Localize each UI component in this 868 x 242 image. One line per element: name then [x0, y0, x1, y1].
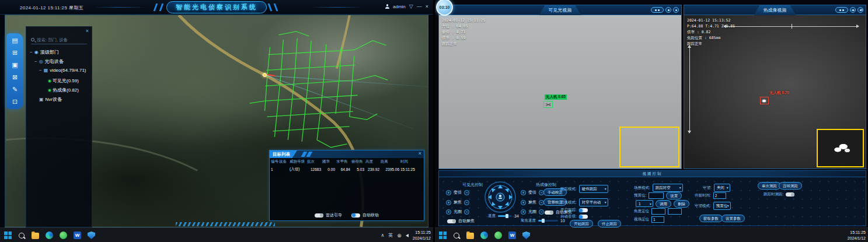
visible-video-frame[interactable]: 2024-01-12 15:11:25 方位 : 64.85 俯仰 : 4.71…: [439, 15, 681, 169]
thermal-iris-open-button[interactable]: [521, 209, 526, 215]
snapshot-gallery-icon[interactable]: [12, 62, 18, 68]
target-table-row[interactable]: 1 (入侵) 12683 0.00 64.84 5.03 239.92 2395…: [270, 166, 424, 173]
thermal-focus-near-button[interactable]: [521, 200, 526, 205]
pan-angle-input[interactable]: [651, 208, 665, 215]
org-tree-icon[interactable]: [12, 50, 18, 56]
close-button[interactable]: ×: [426, 3, 428, 9]
start-button-icon[interactable]: [439, 232, 447, 239]
switch-mode-select[interactable]: 对空半自动: [579, 198, 608, 206]
ime-indicator[interactable]: 英: [388, 232, 393, 239]
word-app-icon[interactable]: [508, 232, 516, 239]
record-icon[interactable]: [12, 99, 18, 105]
tree-item-department[interactable]: 顶级部门: [30, 49, 59, 55]
zoom-out-button[interactable]: [464, 190, 469, 195]
auto-zoom-toggle[interactable]: [579, 215, 588, 219]
security-app-icon[interactable]: [88, 232, 95, 239]
tree-item-label[interactable]: Nvr设备: [46, 96, 62, 103]
tree-item-video[interactable]: video(64.79/4.71): [39, 68, 86, 73]
fov-position-input[interactable]: [651, 216, 664, 223]
visible-autofocus-toggle[interactable]: [447, 219, 456, 223]
edge-browser-icon[interactable]: [46, 232, 53, 239]
ranging-while-tracking-toggle[interactable]: [786, 192, 794, 197]
collapse-icon[interactable]: [30, 50, 33, 55]
enable-tracking-toggle[interactable]: [579, 208, 588, 212]
device-list-icon[interactable]: [12, 37, 18, 44]
search-input[interactable]: [37, 37, 86, 43]
preset-delete-button[interactable]: 删除: [674, 200, 689, 208]
share-icon[interactable]: [12, 74, 18, 80]
close-button[interactable]: ×: [860, 7, 863, 13]
tilt-angle-input[interactable]: [668, 208, 682, 215]
preset-set-button[interactable]: 设置: [666, 192, 682, 199]
tree-item-label[interactable]: video(64.79/4.71): [50, 68, 86, 73]
word-app-icon[interactable]: [74, 232, 81, 239]
focus-far-button[interactable]: [464, 200, 469, 205]
focus-speed-slider[interactable]: [538, 220, 558, 222]
tree-item-thermal-channel[interactable]: 热成像(0.82): [48, 87, 79, 93]
record-icon[interactable]: [673, 7, 679, 13]
auto-link-toggle[interactable]: [351, 213, 360, 218]
get-params-button[interactable]: 获取参数: [699, 215, 723, 222]
minimize-button[interactable]: —: [850, 7, 856, 13]
tray-expand-icon[interactable]: ∧: [381, 233, 384, 238]
pip-pill-icon[interactable]: [651, 7, 664, 13]
preset-number-select[interactable]: 1: [636, 200, 653, 207]
start-tracking-button[interactable]: 开始跟踪: [570, 220, 593, 227]
stop-tracking-button[interactable]: 停止跟踪: [598, 220, 621, 227]
security-app-icon[interactable]: [522, 232, 530, 239]
taskbar-clock[interactable]: 15:11:25 2024/1/12: [413, 230, 431, 240]
single-ranging-button[interactable]: 单次测距: [758, 182, 781, 190]
file-explorer-icon[interactable]: [466, 233, 474, 239]
green-app-icon[interactable]: [60, 232, 67, 239]
thermal-iris-close-button[interactable]: [539, 209, 544, 215]
green-app-icon[interactable]: [494, 232, 502, 239]
tree-item-nvr[interactable]: Nvr设备: [39, 96, 62, 103]
tree-item-visible-channel[interactable]: 可见光(0.59): [48, 78, 79, 84]
tree-item-label[interactable]: 顶级部门: [40, 49, 59, 55]
taskbar-clock[interactable]: 15:11:25 2024/1/12: [848, 230, 866, 240]
dwell-time-input[interactable]: [713, 192, 726, 199]
iris-close-button[interactable]: [464, 209, 469, 215]
username[interactable]: admin: [393, 4, 406, 9]
measure-icon[interactable]: [12, 86, 18, 93]
user-menu-caret-icon[interactable]: ▽: [409, 3, 413, 9]
tree-item-label[interactable]: 光电设备: [45, 58, 64, 65]
watch-select[interactable]: 关闭: [714, 184, 730, 192]
thermal-autofocus-toggle[interactable]: [545, 211, 553, 215]
minimize-button[interactable]: —: [417, 3, 422, 9]
thermal-zoom-in-button[interactable]: [521, 190, 526, 195]
tree-item-optronics[interactable]: 光电设备: [34, 58, 64, 65]
speed-slider[interactable]: [498, 215, 512, 217]
taskbar-search-icon[interactable]: [18, 232, 25, 239]
file-explorer-icon[interactable]: [32, 233, 39, 239]
network-icon[interactable]: ⊕: [397, 233, 402, 239]
close-icon[interactable]: ×: [419, 150, 421, 156]
taskbar-search-icon[interactable]: [453, 232, 460, 239]
camera-location-marker[interactable]: [263, 73, 267, 77]
collapse-icon[interactable]: [34, 59, 37, 64]
thermal-video-frame[interactable]: 2024-01-12 15:13:52 P:64.88 T:4.71 Z:0.8…: [684, 15, 866, 169]
tree-item-label[interactable]: 热成像(0.82): [53, 87, 79, 93]
radar-guide-toggle[interactable]: [315, 213, 323, 218]
edge-browser-icon[interactable]: [480, 232, 488, 239]
collapse-icon[interactable]: [39, 68, 42, 73]
tree-item-label[interactable]: 可见光(0.59): [53, 78, 79, 84]
ptz-joystick[interactable]: [484, 181, 517, 213]
tracking-mode-select[interactable]: 硬件跟踪: [579, 185, 608, 193]
focus-near-button[interactable]: [446, 200, 451, 205]
speaker-icon[interactable]: [406, 234, 409, 237]
pip-zoom-window[interactable]: [817, 129, 864, 167]
start-button-icon[interactable]: [4, 232, 12, 239]
preset-call-button[interactable]: 调用: [656, 200, 671, 208]
iris-open-button[interactable]: [446, 209, 451, 215]
continuous-ranging-button[interactable]: 连续测距: [779, 182, 802, 190]
close-icon[interactable]: ×: [86, 28, 89, 34]
pip-pill-icon[interactable]: [835, 7, 848, 13]
snapshot-icon[interactable]: [665, 7, 671, 13]
zoom-in-button[interactable]: [446, 190, 451, 195]
preset-name-input[interactable]: [649, 192, 664, 199]
set-params-button[interactable]: 设置参数: [721, 215, 745, 222]
pip-zoom-window[interactable]: [619, 127, 679, 167]
watch-mode-select[interactable]: 预置位: [713, 202, 731, 210]
scene-mode-select[interactable]: 跟踪对空: [653, 184, 683, 192]
